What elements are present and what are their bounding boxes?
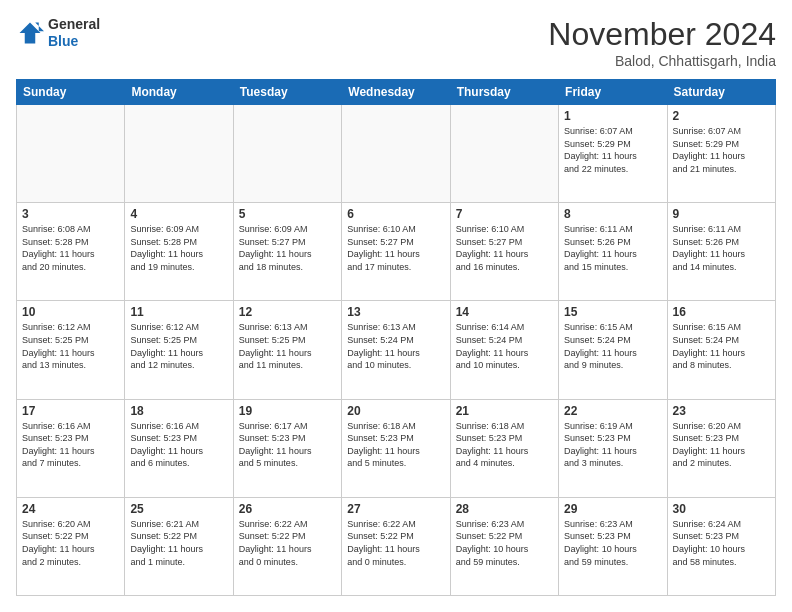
calendar-day-cell: 30Sunrise: 6:24 AM Sunset: 5:23 PM Dayli… [667, 497, 775, 595]
day-number: 26 [239, 502, 336, 516]
day-number: 8 [564, 207, 661, 221]
logo-icon [16, 19, 44, 47]
day-number: 18 [130, 404, 227, 418]
day-info: Sunrise: 6:18 AM Sunset: 5:23 PM Dayligh… [347, 420, 444, 470]
day-info: Sunrise: 6:07 AM Sunset: 5:29 PM Dayligh… [564, 125, 661, 175]
calendar-day-cell: 25Sunrise: 6:21 AM Sunset: 5:22 PM Dayli… [125, 497, 233, 595]
day-info: Sunrise: 6:24 AM Sunset: 5:23 PM Dayligh… [673, 518, 770, 568]
calendar-day-cell: 6Sunrise: 6:10 AM Sunset: 5:27 PM Daylig… [342, 203, 450, 301]
day-info: Sunrise: 6:08 AM Sunset: 5:28 PM Dayligh… [22, 223, 119, 273]
calendar-day-cell: 11Sunrise: 6:12 AM Sunset: 5:25 PM Dayli… [125, 301, 233, 399]
title-block: November 2024 Balod, Chhattisgarh, India [548, 16, 776, 69]
calendar-day-header: Friday [559, 80, 667, 105]
logo: General Blue [16, 16, 100, 50]
calendar-day-cell [450, 105, 558, 203]
calendar-day-cell [125, 105, 233, 203]
day-info: Sunrise: 6:07 AM Sunset: 5:29 PM Dayligh… [673, 125, 770, 175]
calendar-week-row: 24Sunrise: 6:20 AM Sunset: 5:22 PM Dayli… [17, 497, 776, 595]
day-number: 19 [239, 404, 336, 418]
calendar-day-cell: 23Sunrise: 6:20 AM Sunset: 5:23 PM Dayli… [667, 399, 775, 497]
calendar-day-cell: 16Sunrise: 6:15 AM Sunset: 5:24 PM Dayli… [667, 301, 775, 399]
calendar-day-cell: 24Sunrise: 6:20 AM Sunset: 5:22 PM Dayli… [17, 497, 125, 595]
day-info: Sunrise: 6:15 AM Sunset: 5:24 PM Dayligh… [564, 321, 661, 371]
day-number: 24 [22, 502, 119, 516]
day-number: 28 [456, 502, 553, 516]
calendar-week-row: 3Sunrise: 6:08 AM Sunset: 5:28 PM Daylig… [17, 203, 776, 301]
calendar-day-header: Thursday [450, 80, 558, 105]
calendar-day-cell: 13Sunrise: 6:13 AM Sunset: 5:24 PM Dayli… [342, 301, 450, 399]
calendar-day-cell: 21Sunrise: 6:18 AM Sunset: 5:23 PM Dayli… [450, 399, 558, 497]
calendar-day-cell: 14Sunrise: 6:14 AM Sunset: 5:24 PM Dayli… [450, 301, 558, 399]
day-info: Sunrise: 6:20 AM Sunset: 5:22 PM Dayligh… [22, 518, 119, 568]
day-number: 22 [564, 404, 661, 418]
calendar-day-cell: 2Sunrise: 6:07 AM Sunset: 5:29 PM Daylig… [667, 105, 775, 203]
calendar-day-cell: 10Sunrise: 6:12 AM Sunset: 5:25 PM Dayli… [17, 301, 125, 399]
day-number: 1 [564, 109, 661, 123]
day-info: Sunrise: 6:21 AM Sunset: 5:22 PM Dayligh… [130, 518, 227, 568]
calendar-day-cell: 3Sunrise: 6:08 AM Sunset: 5:28 PM Daylig… [17, 203, 125, 301]
month-title: November 2024 [548, 16, 776, 53]
svg-marker-0 [20, 22, 41, 43]
calendar-day-cell: 7Sunrise: 6:10 AM Sunset: 5:27 PM Daylig… [450, 203, 558, 301]
day-info: Sunrise: 6:19 AM Sunset: 5:23 PM Dayligh… [564, 420, 661, 470]
calendar-day-header: Saturday [667, 80, 775, 105]
calendar-table: SundayMondayTuesdayWednesdayThursdayFrid… [16, 79, 776, 596]
day-info: Sunrise: 6:10 AM Sunset: 5:27 PM Dayligh… [347, 223, 444, 273]
day-number: 20 [347, 404, 444, 418]
day-info: Sunrise: 6:09 AM Sunset: 5:28 PM Dayligh… [130, 223, 227, 273]
day-number: 6 [347, 207, 444, 221]
day-number: 2 [673, 109, 770, 123]
day-info: Sunrise: 6:20 AM Sunset: 5:23 PM Dayligh… [673, 420, 770, 470]
calendar-day-cell: 9Sunrise: 6:11 AM Sunset: 5:26 PM Daylig… [667, 203, 775, 301]
day-info: Sunrise: 6:13 AM Sunset: 5:25 PM Dayligh… [239, 321, 336, 371]
calendar-day-cell: 12Sunrise: 6:13 AM Sunset: 5:25 PM Dayli… [233, 301, 341, 399]
logo-general: General [48, 16, 100, 33]
calendar-day-cell: 20Sunrise: 6:18 AM Sunset: 5:23 PM Dayli… [342, 399, 450, 497]
day-info: Sunrise: 6:12 AM Sunset: 5:25 PM Dayligh… [22, 321, 119, 371]
calendar-week-row: 17Sunrise: 6:16 AM Sunset: 5:23 PM Dayli… [17, 399, 776, 497]
calendar-day-cell: 27Sunrise: 6:22 AM Sunset: 5:22 PM Dayli… [342, 497, 450, 595]
calendar-day-header: Monday [125, 80, 233, 105]
day-number: 9 [673, 207, 770, 221]
day-number: 13 [347, 305, 444, 319]
day-info: Sunrise: 6:10 AM Sunset: 5:27 PM Dayligh… [456, 223, 553, 273]
calendar-day-cell: 17Sunrise: 6:16 AM Sunset: 5:23 PM Dayli… [17, 399, 125, 497]
day-info: Sunrise: 6:22 AM Sunset: 5:22 PM Dayligh… [239, 518, 336, 568]
day-info: Sunrise: 6:16 AM Sunset: 5:23 PM Dayligh… [130, 420, 227, 470]
day-info: Sunrise: 6:16 AM Sunset: 5:23 PM Dayligh… [22, 420, 119, 470]
day-number: 5 [239, 207, 336, 221]
logo-text: General Blue [48, 16, 100, 50]
day-number: 12 [239, 305, 336, 319]
calendar-day-cell: 28Sunrise: 6:23 AM Sunset: 5:22 PM Dayli… [450, 497, 558, 595]
day-number: 23 [673, 404, 770, 418]
page: General Blue November 2024 Balod, Chhatt… [0, 0, 792, 612]
day-number: 4 [130, 207, 227, 221]
calendar-day-cell: 8Sunrise: 6:11 AM Sunset: 5:26 PM Daylig… [559, 203, 667, 301]
calendar-day-cell [342, 105, 450, 203]
calendar-week-row: 1Sunrise: 6:07 AM Sunset: 5:29 PM Daylig… [17, 105, 776, 203]
day-info: Sunrise: 6:12 AM Sunset: 5:25 PM Dayligh… [130, 321, 227, 371]
day-info: Sunrise: 6:11 AM Sunset: 5:26 PM Dayligh… [564, 223, 661, 273]
calendar-day-header: Tuesday [233, 80, 341, 105]
day-info: Sunrise: 6:13 AM Sunset: 5:24 PM Dayligh… [347, 321, 444, 371]
calendar-day-cell: 1Sunrise: 6:07 AM Sunset: 5:29 PM Daylig… [559, 105, 667, 203]
day-info: Sunrise: 6:22 AM Sunset: 5:22 PM Dayligh… [347, 518, 444, 568]
calendar-day-cell: 5Sunrise: 6:09 AM Sunset: 5:27 PM Daylig… [233, 203, 341, 301]
calendar-day-cell: 29Sunrise: 6:23 AM Sunset: 5:23 PM Dayli… [559, 497, 667, 595]
calendar-day-cell: 19Sunrise: 6:17 AM Sunset: 5:23 PM Dayli… [233, 399, 341, 497]
day-number: 25 [130, 502, 227, 516]
day-info: Sunrise: 6:23 AM Sunset: 5:22 PM Dayligh… [456, 518, 553, 568]
day-number: 10 [22, 305, 119, 319]
calendar-day-cell: 18Sunrise: 6:16 AM Sunset: 5:23 PM Dayli… [125, 399, 233, 497]
day-number: 17 [22, 404, 119, 418]
day-number: 14 [456, 305, 553, 319]
calendar-week-row: 10Sunrise: 6:12 AM Sunset: 5:25 PM Dayli… [17, 301, 776, 399]
day-number: 30 [673, 502, 770, 516]
calendar-day-cell: 15Sunrise: 6:15 AM Sunset: 5:24 PM Dayli… [559, 301, 667, 399]
day-info: Sunrise: 6:23 AM Sunset: 5:23 PM Dayligh… [564, 518, 661, 568]
calendar-header-row: SundayMondayTuesdayWednesdayThursdayFrid… [17, 80, 776, 105]
day-number: 7 [456, 207, 553, 221]
day-info: Sunrise: 6:11 AM Sunset: 5:26 PM Dayligh… [673, 223, 770, 273]
day-number: 16 [673, 305, 770, 319]
day-info: Sunrise: 6:18 AM Sunset: 5:23 PM Dayligh… [456, 420, 553, 470]
